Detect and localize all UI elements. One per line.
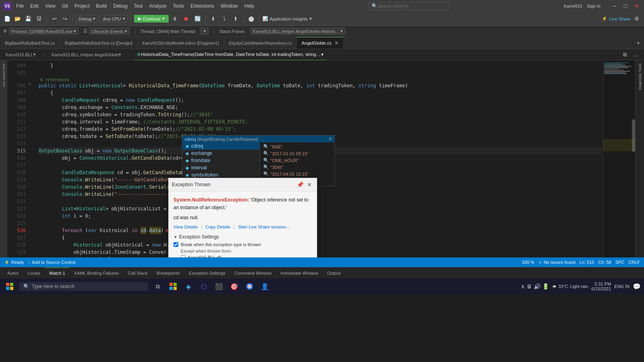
menu-file[interactable]: File — [16, 3, 24, 9]
exception-close-button[interactable]: ✕ — [305, 181, 314, 189]
bt-tab-output[interactable]: Output — [323, 267, 345, 279]
clock-widget[interactable]: 5:31 PM 6/15/2021 — [591, 282, 611, 291]
spc-status[interactable]: SPC — [615, 260, 625, 265]
notification-btn[interactable]: 💬 — [633, 283, 641, 290]
menu-edit[interactable]: Edit — [30, 3, 39, 9]
liveshare-button[interactable]: ⚡ Live Share — [602, 16, 630, 21]
ch-status[interactable]: Ch: 58 — [598, 260, 611, 265]
bt-tab-watch1[interactable]: Watch 1 — [45, 267, 69, 279]
title-search-input[interactable] — [378, 4, 438, 8]
bt-tab-command[interactable]: Command Window — [230, 267, 276, 279]
menu-project[interactable]: Project — [74, 3, 89, 9]
continue-button[interactable]: ▶ Continue ▾ — [134, 15, 169, 23]
arrow-up-icon[interactable]: ∧ — [521, 283, 525, 290]
lang-widget[interactable]: ENG IN — [614, 284, 630, 289]
debug-mode-dropdown[interactable]: Debug ▾ — [76, 15, 98, 23]
battery-icon[interactable]: 🔋 — [542, 283, 549, 290]
tab-edmx[interactable]: Kanvi915EntityModel.edmx [Diagram1] — [138, 37, 224, 49]
more-actions-btn[interactable]: … — [631, 50, 641, 60]
bt-tab-xaml[interactable]: XAML Binding Failures — [70, 267, 123, 279]
taskview-btn[interactable]: ⧉ — [151, 280, 164, 293]
redo-btn[interactable]: ↪ — [60, 14, 70, 24]
menu-build[interactable]: Build — [96, 3, 107, 9]
stack-frame-dropdown[interactable]: Kanvi915.BLL.Helper.AngelGloble.Historic… — [250, 28, 345, 35]
zoom-level[interactable]: 100 % — [522, 260, 534, 265]
live-virtual-tree-label[interactable]: Live Virtual Tree — [1, 62, 6, 88]
method-dropdown[interactable]: ⚙ HistoricalData_TimeFrame(DateTime from… — [134, 49, 326, 60]
ready-status[interactable]: ⚡ Ready — [4, 260, 24, 265]
intellisense-item-fromdate[interactable]: ◆ fromdate — [182, 157, 260, 164]
bt-tab-autos[interactable]: Autos — [3, 267, 23, 279]
menu-tools[interactable]: Tools — [173, 3, 184, 9]
step-out-btn[interactable]: ⬆ — [231, 14, 241, 24]
bt-tab-breakpoints[interactable]: Breakpoints — [153, 267, 184, 279]
menu-window[interactable]: Window — [221, 3, 238, 9]
stop-btn[interactable]: ⏹ — [182, 14, 191, 24]
sound-icon[interactable]: 🔊 — [534, 283, 541, 290]
tab-equity[interactable]: EquityCashMasterRepository.cs — [224, 37, 297, 49]
menu-test[interactable]: Test — [134, 3, 143, 9]
ln-status[interactable]: Ln: 515 — [580, 260, 594, 265]
network-icon[interactable]: 🖥 — [526, 283, 532, 290]
bt-tab-callstack[interactable]: Call Stack — [124, 267, 152, 279]
no-issues[interactable]: ✓ No issues found — [539, 260, 576, 265]
breakpoint-btn[interactable]: ⬤ — [247, 14, 256, 24]
taskbar-icon-6[interactable] — [243, 280, 256, 293]
live-share-link[interactable]: Start Live Share session... — [238, 224, 289, 229]
tab-bigbash-design[interactable]: BigBashRallyBackTest.cs [Design] — [60, 37, 138, 49]
scrollbar-thumb[interactable] — [632, 119, 635, 152]
save-btn[interactable]: 💾 — [23, 14, 33, 24]
thread-dropdown[interactable]: ▾ — [200, 28, 208, 35]
class-dropdown[interactable]: Kanvi915.BLL.Helper.AngelGloble ▾ — [49, 49, 123, 60]
menu-extensions[interactable]: Extensions — [190, 3, 214, 9]
add-tab-button[interactable]: + — [633, 37, 644, 49]
menu-help[interactable]: Help — [244, 3, 254, 9]
restart-btn[interactable]: 🔄 — [193, 14, 202, 24]
view-details-link[interactable]: View Details — [173, 224, 198, 229]
diagnostic-tools-label[interactable]: Diagnostic Tools — [637, 62, 643, 91]
lifecycle-dropdown[interactable]: Lifecycle Events ▾ — [89, 28, 129, 35]
process-dropdown[interactable]: Process: [10488] Kanvi915.exe ▾ — [9, 28, 78, 35]
open-file-btn[interactable]: 📂 — [13, 14, 23, 24]
tab-angelgloble[interactable]: AngelGloble.cs ✕ — [297, 37, 344, 49]
tab-bigbash[interactable]: BigBashRallyBackTest.cs — [0, 37, 60, 49]
intellisense-item-cdreq[interactable]: ◆ cdreq — [182, 142, 260, 150]
start-button[interactable] — [3, 280, 16, 293]
pause-btn[interactable]: ⏸ — [170, 14, 180, 24]
sign-in-button[interactable]: Sign in — [587, 4, 601, 8]
weather-widget[interactable]: 🌧 33°C Light rain — [552, 284, 588, 289]
intellisense-item-interval[interactable]: ◆ interval — [182, 164, 260, 171]
taskbar-search-box[interactable]: 🔍 Type here to search — [19, 282, 148, 291]
step-over-btn[interactable]: ⤵ — [220, 14, 229, 24]
menu-analyze[interactable]: Analyze — [149, 3, 167, 9]
crlf-status[interactable]: CRLF — [628, 260, 640, 265]
new-file-btn[interactable]: 📄 — [2, 14, 12, 24]
close-button[interactable]: ✕ — [633, 2, 641, 10]
copy-details-link[interactable]: Copy Details — [205, 224, 230, 229]
break-checkbox[interactable] — [173, 242, 178, 247]
dll-checkbox[interactable] — [181, 255, 186, 257]
bt-tab-exception-settings[interactable]: Exception Settings — [185, 267, 229, 279]
intellisense-item-exchange[interactable]: ◆ exchange — [182, 150, 260, 157]
bt-tab-immediate[interactable]: Immediate Window — [277, 267, 322, 279]
namespace-dropdown[interactable]: Kanvi915.BLL ▾ — [3, 49, 38, 60]
app-insights-btn[interactable]: 📊 Application Insights ▾ — [262, 16, 312, 21]
step-into-btn[interactable]: ⬇ — [208, 14, 218, 24]
minimize-button[interactable]: − — [610, 2, 618, 10]
menu-git[interactable]: Git — [62, 3, 68, 9]
taskbar-icon-1[interactable] — [167, 280, 180, 293]
tab-close-angelgloble[interactable]: ✕ — [334, 40, 339, 46]
cpu-dropdown[interactable]: Any CPU ▾ — [100, 15, 128, 23]
toolbar-settings-btn[interactable]: ⚙ — [632, 14, 642, 24]
menu-view[interactable]: View — [45, 3, 56, 9]
maximize-button[interactable]: □ — [621, 2, 630, 10]
taskbar-icon-5[interactable]: 🎯 — [228, 280, 241, 293]
taskbar-icon-7[interactable]: 👤 — [258, 280, 271, 293]
exception-pin-button[interactable]: 📌 — [296, 181, 304, 189]
intellisense-close[interactable]: ✕ — [328, 136, 332, 142]
taskbar-icon-4[interactable]: ⬛ — [213, 280, 225, 293]
taskbar-icon-2[interactable]: ◈ — [182, 280, 195, 293]
title-search[interactable]: 🔍 — [369, 2, 449, 10]
split-editor-btn[interactable]: ⧉ — [620, 50, 630, 60]
bt-tab-locals[interactable]: Locals — [23, 267, 44, 279]
